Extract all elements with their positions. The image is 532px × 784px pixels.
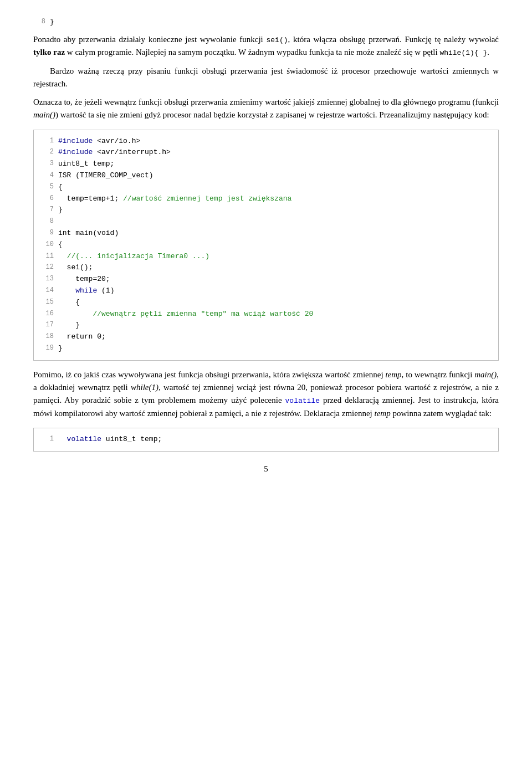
main-italic: main() — [33, 110, 55, 119]
page-content: 8 } Ponadto aby przerwania działały koni… — [33, 17, 499, 475]
code-line-14: 14 while (1) — [42, 285, 490, 297]
top-line: 8 } — [33, 17, 499, 28]
code-line-5: 5{ — [42, 182, 490, 193]
code-line-1: 1#include <avr/io.h> — [42, 136, 490, 147]
code-line-15: 15 { — [42, 297, 490, 309]
code-line-13: 13 temp=20; — [42, 274, 490, 285]
code-block-1: 1#include <avr/io.h> 2#include <avr/inte… — [33, 130, 499, 361]
code-line-18: 18 return 0; — [42, 331, 490, 343]
page-number: 5 — [264, 464, 268, 473]
code-line-17: 17 } — [42, 320, 490, 331]
page-number-area: 5 — [33, 463, 499, 475]
code-line-2: 2#include <avr/interrupt.h> — [42, 147, 490, 158]
code-line-8: 8 — [42, 216, 490, 228]
main-italic-2: main() — [474, 370, 497, 379]
volatile-keyword: volatile — [285, 397, 320, 405]
line-num-8: 8 — [33, 17, 45, 28]
bold-tylko-raz: tylko raz — [33, 48, 65, 57]
code-line-6: 6 temp=temp+1; //wartość zmiennej temp j… — [42, 193, 490, 205]
code-line-12: 12 sei(); — [42, 262, 490, 274]
paragraph-1: Ponadto aby przerwania działały konieczn… — [33, 33, 499, 59]
code-line-4: 4ISR (TIMER0_COMP_vect) — [42, 170, 490, 182]
temp-italic-2: temp — [374, 409, 390, 418]
paragraph-4: Pomimo, iż co jakiś czas wywoływana jest… — [33, 368, 499, 420]
code-line-10: 10{ — [42, 239, 490, 251]
paragraph-2: Bardzo ważną rzeczą przy pisaniu funkcji… — [33, 65, 499, 91]
sei-inline: sei() — [267, 36, 288, 44]
paragraph-3: Oznacza to, że jeżeli wewnątrz funkcji o… — [33, 96, 499, 122]
code-line-volatile: 1 volatile uint8_t temp; — [42, 434, 490, 445]
code-line-19: 19} — [42, 343, 490, 355]
while1-inline: while(1){ } — [439, 49, 487, 57]
code-line-7: 7} — [42, 204, 490, 216]
code-block-2: 1 volatile uint8_t temp; — [33, 428, 499, 452]
while1-italic: while(1), — [131, 383, 161, 392]
temp-italic-1: temp — [385, 370, 401, 379]
code-line-11: 11 //(... inicjalizacja Timera0 ...) — [42, 251, 490, 263]
code-line-9: 9int main(void) — [42, 228, 490, 239]
code-line-3: 3uint8_t temp; — [42, 158, 490, 170]
top-brace: } — [50, 17, 54, 28]
code-line-16: 16 //wewnątrz pętli zmienna "temp" ma wc… — [42, 309, 490, 320]
